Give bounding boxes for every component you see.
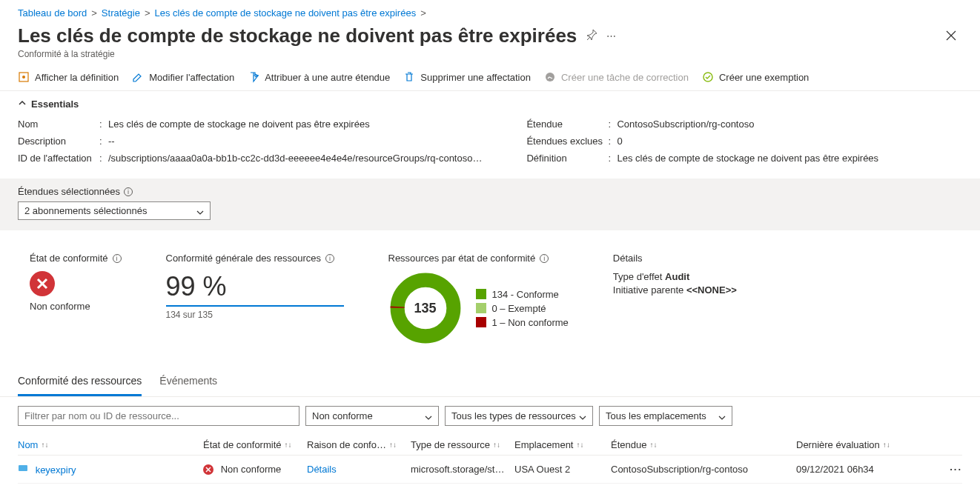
col-nom[interactable]: Nom↑↓ xyxy=(18,439,203,450)
chevron-down-icon xyxy=(579,413,586,420)
breadcrumb-item[interactable]: Stratégie xyxy=(102,7,140,19)
info-icon[interactable]: i xyxy=(124,187,133,196)
button-label: Créer une tâche de correction xyxy=(561,72,689,83)
definition-icon xyxy=(18,71,30,83)
pencil-icon xyxy=(132,71,144,83)
scope-label: Étendues sélectionnées xyxy=(18,186,120,197)
sort-icon: ↑↓ xyxy=(41,441,48,449)
table-header: Nom↑↓ État de conformité↑↓ Raison de con… xyxy=(18,435,962,456)
svg-rect-6 xyxy=(19,465,27,471)
button-label: Attribuer à une autre étendue xyxy=(265,72,390,83)
col-raison[interactable]: Raison de confo…↑↓ xyxy=(307,439,411,450)
progress-bar xyxy=(166,305,344,307)
trash-icon xyxy=(403,71,415,83)
chevron-up-icon xyxy=(18,99,27,110)
button-label: Afficher la définition xyxy=(35,72,119,83)
effect-value: Audit xyxy=(665,271,689,282)
last-evaluation: 09/12/2021 06h34 xyxy=(796,464,915,475)
sort-icon: ↑↓ xyxy=(649,441,657,449)
scope-selected-value: 2 abonnements sélectionnés xyxy=(24,205,148,216)
delete-assignment-button[interactable]: Supprimer une affectation xyxy=(403,71,531,83)
effect-label: Type d'effet xyxy=(613,271,663,282)
close-button[interactable] xyxy=(940,24,962,50)
filter-type-select[interactable]: Tous les types de ressources xyxy=(445,406,593,426)
svg-point-1 xyxy=(22,76,25,79)
col-eval[interactable]: Dernière évaluation↑↓ xyxy=(796,439,915,450)
scope-select[interactable]: 2 abonnements sélectionnés xyxy=(18,201,211,220)
row-more-button[interactable]: ··· xyxy=(950,464,962,475)
resources-by-state-block: Ressources par état de conformité i 135 … xyxy=(388,253,569,345)
resource-link[interactable]: keyexpiry xyxy=(36,464,76,476)
filter-state-select[interactable]: Non conforme xyxy=(305,406,439,426)
essentials-body: Nom : Les clés de compte de stockage ne … xyxy=(0,116,980,179)
breadcrumb: Tableau de bord > Stratégie > Les clés d… xyxy=(0,0,980,23)
info-icon[interactable]: i xyxy=(325,254,334,263)
storage-icon xyxy=(18,464,28,476)
col-type[interactable]: Type de ressource↑↓ xyxy=(411,439,514,450)
chevron-down-icon xyxy=(196,207,204,215)
scope-bar: Étendues sélectionnées i 2 abonnements s… xyxy=(0,179,980,230)
page-header: Les clés de compte de stockage ne doiven… xyxy=(0,23,980,64)
value-nom: Les clés de compte de stockage ne doiven… xyxy=(108,119,482,130)
breadcrumb-item[interactable]: Les clés de compte de stockage ne doiven… xyxy=(154,7,416,19)
filters: Non conforme Tous les types de ressource… xyxy=(0,397,980,435)
overall-compliance-sub: 134 sur 135 xyxy=(166,310,344,320)
legend-item: 1 – Non conforme xyxy=(476,317,569,328)
color-swatch xyxy=(476,317,486,327)
compliance-state-block: État de conformité i Non conforme xyxy=(30,253,122,345)
parent-label: Initiative parente xyxy=(613,284,683,296)
compliance-state: Non conforme xyxy=(221,464,282,475)
donut-legend: 134 - Conforme 0 – Exempté 1 – Non confo… xyxy=(476,286,569,331)
legend-item: 0 – Exempté xyxy=(476,303,569,314)
edit-assignment-button[interactable]: Modifier l'affectation xyxy=(132,71,234,83)
label-definition: Définition xyxy=(526,153,608,164)
details-link[interactable]: Détails xyxy=(307,464,337,475)
create-task-button: Créer une tâche de correction xyxy=(544,71,689,83)
stat-title: État de conformité xyxy=(30,253,108,264)
label-assignment-id: ID de l'affectation xyxy=(18,153,99,164)
info-icon[interactable]: i xyxy=(113,254,122,263)
tab-events[interactable]: Événements xyxy=(159,367,217,396)
col-emplacement[interactable]: Emplacement↑↓ xyxy=(514,439,611,450)
col-etat[interactable]: État de conformité↑↓ xyxy=(203,439,307,450)
create-exemption-button[interactable]: Créer une exemption xyxy=(702,71,809,83)
info-icon[interactable]: i xyxy=(540,254,549,263)
color-swatch xyxy=(476,303,486,313)
label-etendue: Étendue xyxy=(526,119,608,130)
overall-compliance-percent: 99 % xyxy=(166,271,344,302)
view-definition-button[interactable]: Afficher la définition xyxy=(18,71,119,83)
chevron-down-icon xyxy=(425,413,432,420)
donut-chart: 135 xyxy=(388,271,463,345)
donut-center-value: 135 xyxy=(388,271,463,345)
assign-icon xyxy=(248,71,259,83)
breadcrumb-sep: > xyxy=(145,7,150,19)
resource-location: USA Ouest 2 xyxy=(514,464,611,475)
assign-scope-button[interactable]: Attribuer à une autre étendue xyxy=(248,71,390,83)
label-exclues: Étendues exclues xyxy=(526,136,608,147)
essentials-toggle[interactable]: Essentials xyxy=(0,91,980,116)
tabs: Conformité des ressources Événements xyxy=(0,367,980,397)
breadcrumb-sep: > xyxy=(91,7,97,19)
table-row[interactable]: keyexpiry Non conforme Détails microsoft… xyxy=(18,456,962,484)
pin-icon[interactable] xyxy=(586,29,597,43)
compliance-state-text: Non conforme xyxy=(30,301,122,312)
value-exclues: 0 xyxy=(617,136,962,147)
more-icon[interactable]: ⋯ xyxy=(606,30,617,41)
breadcrumb-sep: > xyxy=(420,7,426,19)
section-title: Essentials xyxy=(31,99,79,110)
stat-title: Ressources par état de conformité xyxy=(388,253,536,264)
select-value: Tous les types de ressources xyxy=(451,410,576,421)
noncompliant-badge-icon xyxy=(30,271,55,296)
tab-resource-compliance[interactable]: Conformité des ressources xyxy=(18,367,142,396)
breadcrumb-item[interactable]: Tableau de bord xyxy=(18,7,87,19)
col-etendue[interactable]: Étendue↑↓ xyxy=(611,439,796,450)
resource-type: microsoft.storage/st… xyxy=(411,464,514,475)
filter-location-select[interactable]: Tous les emplacements xyxy=(599,406,732,426)
button-label: Créer une exemption xyxy=(719,72,809,83)
sort-icon: ↑↓ xyxy=(883,441,890,449)
filter-name-input[interactable] xyxy=(18,406,299,426)
select-value: Tous les emplacements xyxy=(606,410,706,421)
task-icon xyxy=(544,71,556,83)
stats-row: État de conformité i Non conforme Confor… xyxy=(0,230,980,367)
value-definition: Les clés de compte de stockage ne doiven… xyxy=(617,153,962,164)
